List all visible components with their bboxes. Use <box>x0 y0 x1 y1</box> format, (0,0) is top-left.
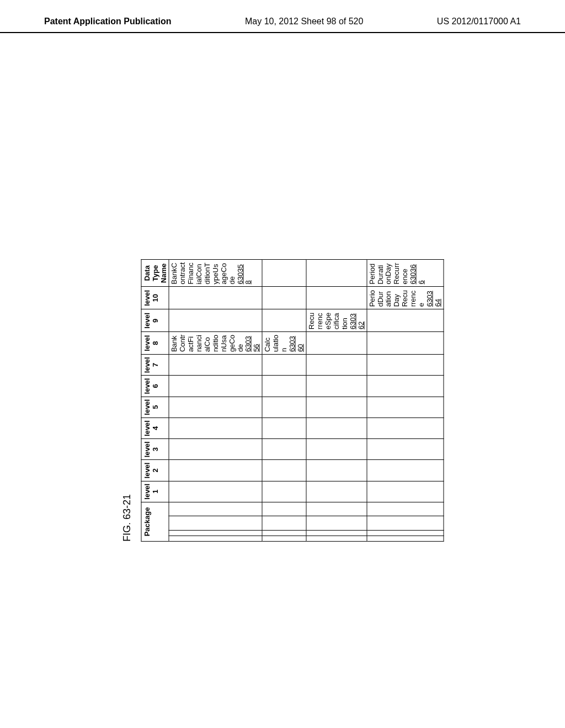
cell-datatype: PeriodDurationDayRecurrence 630366 <box>367 260 444 287</box>
ref-number: 630356 <box>244 336 260 352</box>
cell-text: PeriodDurationDayRecurrence <box>367 290 425 307</box>
cell-text: PeriodDurationDayRecurrence <box>367 263 409 284</box>
table-row: Calculation 630360 <box>262 260 306 542</box>
cell-text: Calculation <box>263 335 288 352</box>
col-level3: level 3 <box>141 439 169 460</box>
data-table: Package level 1 level 2 level 3 level 4 … <box>141 259 444 542</box>
cell-text: BankContractFinancialConditionTypeUsageC… <box>170 263 236 285</box>
col-datatype: Data Type Name <box>141 260 169 287</box>
cell-level8: Calculation 630360 <box>262 332 306 355</box>
ref-number: 630366 <box>409 264 425 284</box>
header-publication: Patent Application Publication <box>44 17 172 26</box>
page-header: Patent Application Publication May 10, 2… <box>0 0 565 33</box>
col-level8: level 8 <box>141 332 169 355</box>
cell-level8: BankContractFinancialConditionUsageCode … <box>169 332 262 355</box>
table-row: PeriodDurationDayRecurrence 630364 Perio… <box>367 260 444 542</box>
figure-content: FIG. 63-21 Package level 1 level 2 level… <box>121 259 444 542</box>
header-patent-number: US 2012/0117000 A1 <box>437 17 521 26</box>
col-level10: level 10 <box>141 287 169 309</box>
col-level1: level 1 <box>141 481 169 502</box>
col-level9: level 9 <box>141 309 169 332</box>
ref-number: 630364 <box>425 291 442 307</box>
cell-datatype: BankContractFinancialConditionTypeUsageC… <box>169 260 262 287</box>
cell-level10: PeriodDurationDayRecurrence 630364 <box>367 287 444 309</box>
cell-level9: RecurrenceSpecification 630362 <box>306 309 367 332</box>
ref-number: 630358 <box>236 264 252 284</box>
col-level7: level 7 <box>141 355 169 376</box>
table-row: RecurrenceSpecification 630362 <box>306 260 367 542</box>
col-package: Package <box>141 502 169 541</box>
figure-label: FIG. 63-21 <box>121 259 133 542</box>
table-header-row: Package level 1 level 2 level 3 level 4 … <box>141 260 169 542</box>
cell-text: BankContractFinancialConditionUsageCode <box>170 334 244 352</box>
col-level6: level 6 <box>141 376 169 397</box>
ref-number: 630360 <box>288 336 305 352</box>
col-level5: level 5 <box>141 397 169 417</box>
cell-text: RecurrenceSpecification <box>307 313 349 329</box>
col-level4: level 4 <box>141 417 169 438</box>
col-level2: level 2 <box>141 460 169 481</box>
table-row: BankContractFinancialConditionUsageCode … <box>169 260 262 542</box>
header-date-sheet: May 10, 2012 Sheet 98 of 520 <box>245 17 363 26</box>
ref-number: 630362 <box>348 313 365 329</box>
